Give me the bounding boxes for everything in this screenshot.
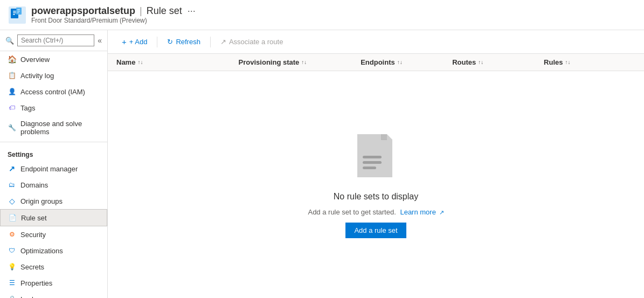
sidebar-item-label: Security [20, 231, 46, 239]
locks-icon: 🔒 [8, 295, 16, 298]
add-button[interactable]: + + Add [116, 34, 153, 49]
col-rules-label: Rules [544, 58, 563, 66]
svg-rect-6 [17, 9, 20, 10]
header-subtitle: Front Door Standard/Premium (Preview) [31, 17, 196, 24]
sidebar-item-optimizations[interactable]: 🛡 Optimizations [0, 242, 107, 259]
col-routes-label: Routes [452, 58, 476, 66]
associate-route-icon: ↗ [220, 38, 226, 46]
learn-more-link[interactable]: Learn more [400, 208, 435, 216]
sidebar-item-security[interactable]: ⚙ Security [0, 226, 107, 242]
toolbar-separator-2 [210, 37, 211, 47]
sidebar-item-overview[interactable]: 🏠 Overview [0, 51, 107, 67]
optimizations-icon: 🛡 [8, 246, 16, 255]
settings-section-header: Settings [0, 144, 107, 161]
refresh-label: Refresh [176, 38, 200, 46]
sidebar-item-label: Access control (IAM) [20, 88, 85, 96]
sidebar-item-endpoint-manager[interactable]: ↗ Endpoint manager [0, 161, 107, 177]
col-header-routes[interactable]: Routes ↑↓ [452, 58, 544, 66]
sidebar-item-label: Diagnose and solve problems [20, 120, 100, 136]
sidebar: 🔍 « 🏠 Overview 📋 Activity log 👤 Access c… [0, 30, 108, 298]
toolbar: + + Add ↻ Refresh ↗ Associate a route [108, 30, 644, 54]
sidebar-item-secrets[interactable]: 💡 Secrets [0, 259, 107, 275]
svg-rect-12 [363, 161, 382, 164]
sidebar-item-domains[interactable]: 🗂 Domains [0, 177, 107, 193]
sidebar-item-label: Activity log [20, 72, 54, 80]
overview-icon: 🏠 [8, 55, 16, 64]
header-text: powerappsportalsetup | Rule set ··· Fron… [31, 5, 196, 24]
sidebar-item-label: Domains [20, 181, 48, 189]
add-label: + Add [129, 38, 148, 46]
sidebar-item-label: Properties [20, 279, 52, 287]
svg-rect-3 [13, 12, 16, 13]
col-header-name[interactable]: Name ↑↓ [116, 58, 239, 66]
col-rules-sort-icon: ↑↓ [565, 59, 570, 65]
sidebar-item-origin-groups[interactable]: ◇ Origin groups [0, 193, 107, 209]
col-header-endpoints[interactable]: Endpoints ↑↓ [361, 58, 452, 66]
svg-rect-13 [363, 167, 376, 169]
add-rule-set-button[interactable]: Add a rule set [345, 223, 406, 238]
sidebar-item-label: Optimizations [20, 247, 63, 255]
svg-rect-7 [17, 11, 20, 11]
iam-icon: 👤 [8, 87, 16, 96]
table-header: Name ↑↓ Provisioning state ↑↓ Endpoints … [108, 54, 644, 71]
sidebar-item-properties[interactable]: ☰ Properties [0, 275, 107, 291]
resource-name: powerappsportalsetup [31, 5, 135, 17]
endpoint-manager-icon: ↗ [8, 164, 16, 173]
svg-rect-2 [13, 11, 16, 12]
rule-set-icon: 📄 [8, 213, 17, 222]
associate-route-label: Associate a route [229, 38, 283, 46]
empty-state-title: No rule sets to display [334, 192, 418, 202]
external-link-icon: ↗ [439, 209, 444, 216]
empty-state-subtitle-text: Add a rule set to get started. [308, 208, 396, 216]
associate-route-button[interactable]: ↗ Associate a route [215, 35, 288, 48]
resource-icon [9, 6, 26, 24]
header-dots[interactable]: ··· [188, 5, 196, 17]
sidebar-item-iam[interactable]: 👤 Access control (IAM) [0, 84, 107, 100]
secrets-icon: 💡 [8, 262, 16, 271]
empty-state-icon [352, 131, 400, 185]
sidebar-item-label: Origin groups [20, 197, 63, 205]
search-box[interactable]: 🔍 « [0, 30, 107, 51]
sidebar-item-rule-set[interactable]: 📄 Rule set [0, 209, 107, 226]
col-name-sort-icon: ↑↓ [137, 59, 143, 65]
sidebar-item-diagnose[interactable]: 🔧 Diagnose and solve problems [0, 116, 107, 140]
sidebar-item-label: Secrets [20, 263, 44, 271]
origin-groups-icon: ◇ [8, 197, 16, 205]
sidebar-item-label: Overview [20, 56, 50, 64]
domains-icon: 🗂 [8, 181, 16, 189]
toolbar-separator-1 [157, 37, 157, 47]
properties-icon: ☰ [8, 279, 16, 287]
svg-marker-10 [382, 134, 387, 140]
security-icon: ⚙ [8, 230, 16, 239]
sidebar-divider-1 [0, 142, 107, 142]
content-area: + + Add ↻ Refresh ↗ Associate a route Na… [108, 30, 644, 298]
svg-rect-4 [13, 14, 15, 15]
sidebar-item-locks[interactable]: 🔒 Locks [0, 291, 107, 298]
page-title: Rule set [147, 5, 182, 17]
col-name-label: Name [116, 58, 135, 66]
svg-rect-8 [17, 12, 19, 13]
main-layout: 🔍 « 🏠 Overview 📋 Activity log 👤 Access c… [0, 30, 644, 298]
activity-log-icon: 📋 [8, 71, 16, 80]
sidebar-item-label: Rule set [21, 214, 47, 222]
diagnose-icon: 🔧 [8, 123, 16, 132]
col-routes-sort-icon: ↑↓ [478, 59, 483, 65]
refresh-button[interactable]: ↻ Refresh [162, 35, 206, 48]
col-header-provisioning-state[interactable]: Provisioning state ↑↓ [239, 58, 361, 66]
collapse-button[interactable]: « [98, 36, 102, 45]
col-endpoints-label: Endpoints [361, 58, 395, 66]
sidebar-item-label: Endpoint manager [20, 165, 78, 173]
sidebar-item-label: Locks [20, 295, 39, 299]
sidebar-item-activity-log[interactable]: 📋 Activity log [0, 67, 107, 84]
empty-state-subtitle: Add a rule set to get started. Learn mor… [308, 208, 444, 216]
sidebar-item-label: Tags [20, 104, 35, 112]
col-state-sort-icon: ↑↓ [301, 59, 307, 65]
col-header-rules[interactable]: Rules ↑↓ [544, 58, 635, 66]
sidebar-item-tags[interactable]: 🏷 Tags [0, 100, 107, 116]
add-icon: + [122, 37, 127, 46]
col-state-label: Provisioning state [239, 58, 300, 66]
search-icon: 🔍 [5, 37, 14, 45]
empty-state: No rule sets to display Add a rule set t… [108, 71, 644, 298]
search-input[interactable] [17, 34, 94, 46]
page-header: powerappsportalsetup | Rule set ··· Fron… [0, 0, 644, 30]
